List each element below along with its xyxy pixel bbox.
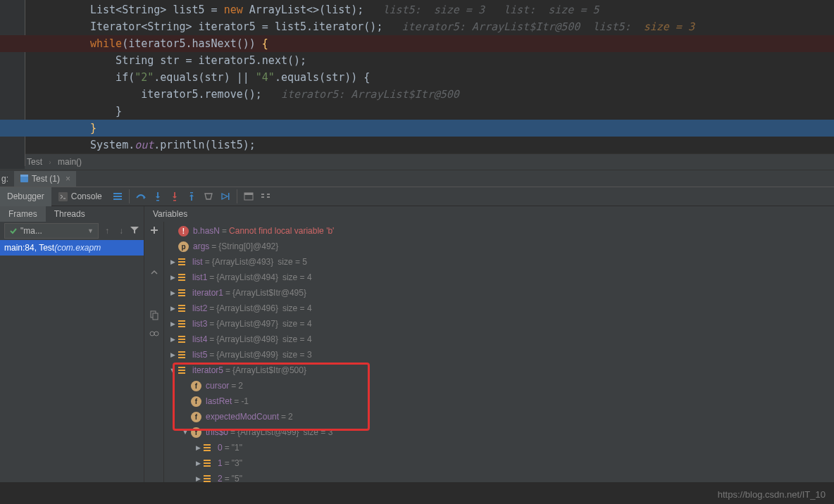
trace-current-stream-chain-icon[interactable] [257, 191, 274, 202]
variable-row[interactable]: ▶ list3= {ArrayList@497}size = 4 [164, 316, 834, 332]
run-to-cursor-icon[interactable] [217, 191, 234, 202]
variable-row[interactable]: ▶ list2= {ArrayList@496}size = 4 [164, 301, 834, 316]
copy-icon[interactable] [149, 309, 160, 320]
step-into-icon[interactable] [149, 191, 166, 202]
svg-point-19 [150, 332, 154, 336]
field-badge-icon: f [191, 412, 201, 422]
drop-frame-icon[interactable] [200, 191, 217, 202]
breadcrumb-item[interactable]: main() [58, 157, 82, 167]
svg-rect-9 [190, 192, 193, 194]
svg-point-20 [154, 332, 158, 336]
chevron-down-icon: ▼ [87, 227, 94, 234]
variable-row[interactable]: ▶ 1= "3" [164, 455, 834, 471]
variable-row[interactable]: ▶ 0= "1" [164, 440, 834, 455]
filter-icon[interactable] [130, 225, 139, 237]
svg-rect-13 [261, 194, 264, 195]
expand-icon[interactable]: ▶ [168, 351, 177, 358]
svg-rect-10 [228, 193, 230, 200]
expand-icon[interactable]: ▶ [168, 305, 177, 312]
variable-row[interactable]: p args= {String[0]@492} [164, 239, 834, 254]
tab-debugger[interactable]: Debugger [0, 187, 51, 206]
tab-frames[interactable]: Frames [0, 206, 46, 222]
frames-panel: "ma... ▼ ↑ ↓ main:84, Test (com.exapm [0, 222, 144, 482]
variable-row[interactable]: f expectedModCount= 2 [164, 409, 834, 424]
variable-row-error[interactable]: ! b.hasN= Cannot find local variable 'b' [164, 223, 834, 239]
breadcrumb-item[interactable]: Test [27, 157, 42, 167]
svg-rect-18 [153, 313, 158, 320]
variable-row[interactable]: f cursor= 2 [164, 378, 834, 393]
debug-panel-body: "ma... ▼ ↑ ↓ main:84, Test (com.exapm ! … [0, 222, 834, 482]
field-badge-icon: f [191, 396, 201, 407]
expand-icon[interactable]: ▶ [168, 258, 177, 265]
variable-row[interactable]: ▶ list= {ArrayList@493}size = 5 [164, 254, 834, 270]
check-icon [9, 227, 18, 235]
code-line: Iterator<String> iterator5 = list5.itera… [0, 18, 834, 35]
step-out-icon[interactable] [183, 191, 200, 202]
run-tab[interactable]: Test (1) × [14, 171, 76, 187]
previous-frame-icon[interactable]: ↑ [101, 226, 113, 236]
svg-rect-2 [20, 175, 28, 177]
step-over-icon[interactable] [132, 191, 149, 202]
variable-row[interactable]: f lastRet= -1 [164, 393, 834, 409]
code-line: } [0, 103, 834, 120]
code-line: System.out.println(list5); [0, 137, 834, 153]
expand-icon[interactable]: ▶ [168, 289, 177, 296]
variable-row[interactable]: ▼ iterator5= {ArrayList$Itr@500} [164, 363, 834, 378]
force-step-into-icon[interactable] [166, 191, 183, 202]
code-line-execution: } [0, 120, 834, 137]
chevron-right-icon: › [49, 158, 51, 166]
breadcrumb[interactable]: Test › main() [0, 153, 834, 170]
variable-row[interactable]: ▶ 2= "5" [164, 471, 834, 486]
array-icon [204, 459, 213, 467]
array-icon [178, 289, 188, 297]
add-watch-icon[interactable] [149, 225, 160, 236]
expand-icon[interactable]: ▶ [168, 320, 177, 327]
svg-rect-8 [173, 200, 176, 201]
svg-rect-5 [113, 196, 122, 197]
array-icon [178, 320, 188, 328]
expand-icon[interactable]: ▶ [194, 475, 202, 482]
run-tab-label: Test (1) [32, 174, 60, 184]
variables-title: Variables [144, 206, 187, 222]
collapse-icon[interactable]: ▼ [181, 429, 189, 436]
error-badge-icon: ! [178, 226, 189, 237]
array-icon [204, 474, 213, 483]
next-frame-icon[interactable]: ↓ [116, 226, 127, 236]
close-icon[interactable]: × [66, 174, 70, 184]
svg-rect-12 [244, 193, 253, 195]
frame-location: (com.exapm [54, 243, 101, 253]
variable-row[interactable]: ▶ list5= {ArrayList@499}size = 3 [164, 347, 834, 363]
console-icon [58, 192, 68, 201]
tab-console[interactable]: Console [51, 187, 109, 206]
expand-icon[interactable]: ▶ [194, 460, 202, 467]
stack-frame[interactable]: main:84, Test (com.exapm [0, 240, 144, 256]
tab-threads[interactable]: Threads [46, 206, 94, 222]
panel-headers: Frames Threads Variables [0, 206, 834, 222]
array-icon [178, 351, 188, 359]
frame-label: main:84, Test [4, 243, 54, 253]
svg-rect-7 [156, 200, 159, 201]
variable-row[interactable]: ▶ list4= {ArrayList@498}size = 4 [164, 332, 834, 347]
variable-row[interactable]: ▼ f this$0= {ArrayList@499}size = 3 [164, 424, 834, 440]
code-editor[interactable]: List<String> list5 = new ArrayList<>(lis… [0, 0, 834, 153]
evaluate-expression-icon[interactable] [240, 191, 257, 202]
variable-row[interactable]: ▶ list1= {ArrayList@494}size = 4 [164, 270, 834, 285]
glasses-icon[interactable] [149, 327, 160, 339]
threads-icon[interactable] [109, 191, 126, 202]
svg-rect-4 [113, 193, 122, 194]
code-line-breakpoint: while(iterator5.hasNext()) { [0, 35, 834, 52]
collapse-icon[interactable]: ▼ [168, 367, 177, 374]
variables-tree[interactable]: ! b.hasN= Cannot find local variable 'b'… [164, 222, 834, 482]
variable-row[interactable]: ▶ iterator1= {ArrayList$Itr@495} [164, 285, 834, 301]
field-badge-icon: f [191, 381, 201, 391]
array-icon [178, 335, 188, 344]
expand-icon[interactable]: ▶ [194, 444, 202, 451]
scroll-up-icon[interactable] [149, 267, 160, 278]
thread-selector[interactable]: "ma... ▼ [4, 223, 99, 239]
svg-rect-6 [113, 199, 122, 200]
expand-icon[interactable]: ▶ [168, 274, 177, 281]
array-icon [178, 304, 188, 313]
expand-icon[interactable]: ▶ [168, 336, 177, 343]
code-line: List<String> list5 = new ArrayList<>(lis… [0, 1, 834, 18]
code-line: String str = iterator5.next(); [0, 52, 834, 69]
